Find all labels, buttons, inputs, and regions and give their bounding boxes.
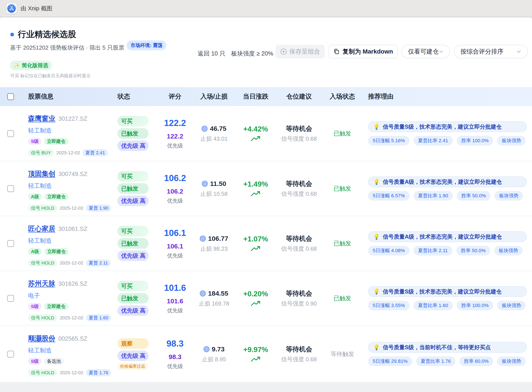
metric-pill: 5日涨幅 4.08% [368,246,410,256]
action-badge: 立即建仓 [44,138,68,145]
day-change-value: +1.07% [243,235,268,243]
signal-badge: 信号 HOLD [28,314,57,321]
score-sub: 106.1 [167,243,183,250]
industry-link[interactable]: 轻工制造 [28,127,113,134]
industry-link[interactable]: 轻工制造 [28,183,113,189]
metric-pill: 夏普比率 1.76 [416,356,455,366]
metric-pill: 板块强势 [494,246,523,256]
row-checkbox[interactable] [7,351,14,358]
stop-loss: 止损 169.78 [199,301,229,306]
table-body: 森鹰窗业 301227.SZ 轻工制造 S级 立即建仓 信号 BUY 2025-… [0,106,532,382]
reason-text: 信号质量S级，当前时机不佳，等待更好买点 [383,344,491,351]
target-icon [203,346,210,352]
table-header: 股票信息 状态 评分 入场/止损 当日涨跌 仓位建议 入场状态 推荐理由 [0,87,532,106]
metric-pills: 5日涨幅 5.16% 夏普比率 2.41 胜率 100.0% 板块强势 [368,136,527,145]
metric-pills: 5日涨幅 4.08% 夏普比率 2.11 胜率 50.0% 板块强势 [368,246,527,256]
day-change-value: +0.20% [243,290,268,297]
metric-pill: 胜率 100.0% [457,136,493,145]
industry-link[interactable]: 轻工制造 [28,347,113,354]
row-checkbox[interactable] [7,130,14,137]
page-title: 行业精选候选股 [18,30,76,38]
reason-banner: 💡 信号质量A级，技术形态完美，建议立即分批建仓 [368,177,527,187]
position-advice: 等待机会 [286,180,312,187]
metric-pill: 5日涨幅 5.16% [368,136,410,145]
entry-price: 11.50 [210,180,226,187]
grade-badge: S级 [28,358,42,365]
stock-name-link[interactable]: 顺灏股份 [28,335,55,342]
entry-status: 已触发 [334,239,351,247]
industry-link[interactable]: 轻工制造 [28,238,113,244]
status-pill: 可买 [117,116,149,126]
copy-icon [333,48,340,55]
signal-strength: 信号强度 0.68 [281,136,317,142]
chevron-down-icon [516,49,522,54]
metric-pill: 胜率 50.0% [456,246,490,256]
col-score: 评分 [159,92,191,101]
row-checkbox[interactable] [7,185,14,192]
position-advice: 等待机会 [286,125,312,132]
stock-code: 002565.SZ [58,335,87,342]
stock-name-link[interactable]: 顶固集创 [28,170,55,177]
lightbulb-icon: 💡 [373,124,380,130]
row-checkbox[interactable] [7,240,14,247]
metric-pills: 5日涨幅 29.81% 夏普比率 1.76 胜率 60.0% 板块强势 [368,356,527,366]
trending-up-icon [251,356,261,362]
score-sub: 98.3 [168,354,181,360]
industry-link[interactable]: 电子 [28,292,113,299]
action-badge: 立即建仓 [44,303,68,310]
screenshot-topbar: 由 Xnip 截图 [0,0,532,17]
stock-name-link[interactable]: 苏州天脉 [28,280,55,287]
metric-pill: 板块强势 [495,191,523,201]
signal-date: 2025-12-02 [60,205,83,211]
status-pill: 可买 [117,226,149,236]
score-sub: 122.2 [167,133,183,140]
sharpe-badge: 夏普 2.11 [86,259,111,266]
status-pill: 可买 [117,171,149,182]
stock-name-link[interactable]: 森鹰窗业 [28,115,55,122]
status-pill: 优先级 高 [117,196,149,206]
status-pill: 优先级 高 [117,140,149,151]
trending-up-icon [251,191,261,197]
price-deviation-warning: 价格偏离过远 [117,363,148,370]
position-advice: 等待机会 [286,346,312,353]
signal-strength: 信号强度 0.90 [281,301,317,306]
chevron-down-icon [439,49,443,54]
action-badge: 立即建仓 [44,248,69,255]
filter-select[interactable]: 仅看可建仓 [401,45,450,58]
entry-price: 106.77 [208,235,228,242]
sort-select[interactable]: 按综合评分排序 [454,45,528,58]
col-reason: 推荐理由 [361,92,532,101]
table-row: 顶固集创 300749.SZ 轻工制造 A级 立即建仓 信号 HOLD 2025… [0,161,532,216]
stock-name-link[interactable]: 匠心家居 [28,225,55,233]
score-main: 101.6 [164,283,186,292]
save-to-portfolio-button[interactable]: 保存至组合 [275,45,325,58]
metric-pill: 胜率 50.0% [457,191,491,201]
score-label: 优先级 [167,143,183,148]
select-all-checkbox[interactable] [7,93,14,100]
grade-badge: S级 [28,303,42,310]
status-pill: 优先级 高 [117,350,149,361]
metric-pill: 板块强势 [497,356,526,366]
table-row: 匠心家居 301061.SZ 轻工制造 A级 立即建仓 信号 HOLD 2025… [0,216,532,271]
target-icon [202,181,208,187]
title-bullet-dot [10,33,14,37]
score-sub: 106.2 [167,188,183,195]
simplified-filter-badge: ✨ 简化版筛选 [10,61,52,70]
reason-banner: 💡 信号质量S级，技术形态完美，建议立即分批建仓 [368,286,527,297]
filter-meta: 返回 10 只 板块强度 ≥ 20% [198,50,273,57]
score-label: 优先级 [167,308,183,313]
stock-code: 301227.SZ [58,115,87,122]
metric-pill: 夏普比率 2.41 [414,136,453,145]
table-row: 苏州天脉 301626.SZ 电子 S级 立即建仓 信号 HOLD 2025-1… [0,271,532,326]
metric-pill: 夏普比率 1.60 [414,301,453,310]
entry-status: 已触发 [334,185,351,192]
copy-markdown-button[interactable]: 复制为 Markdown [329,45,398,58]
score-label: 优先级 [167,253,183,258]
day-change-value: +4.42% [243,125,268,133]
reason-text: 信号质量A级，技术形态完美，建议立即分批建仓 [383,178,502,186]
stock-code: 300749.SZ [58,170,87,178]
action-badge: 立即建仓 [44,193,69,200]
row-checkbox[interactable] [7,295,14,302]
xnip-app-icon[interactable] [6,3,17,14]
entry-status: 已触发 [334,130,351,137]
